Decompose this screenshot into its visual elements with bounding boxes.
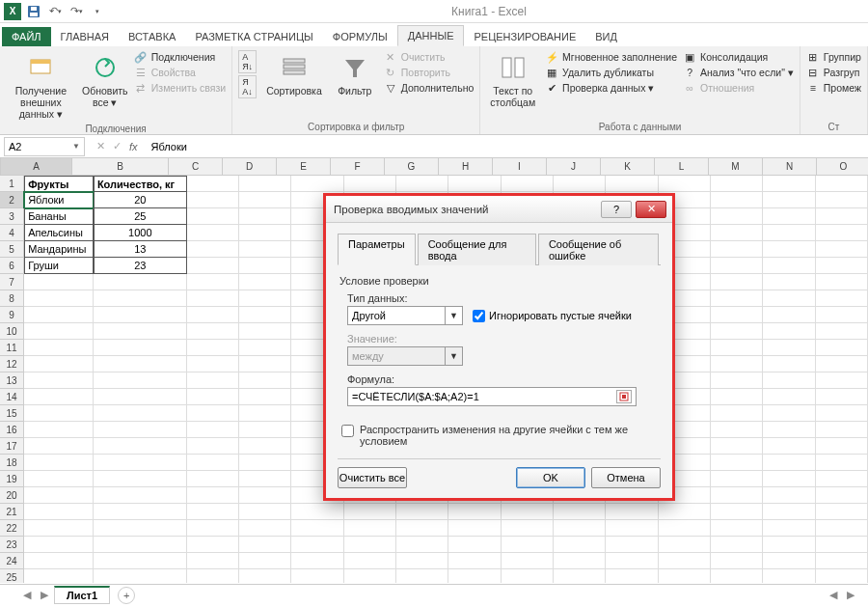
cancel-button[interactable]: Отмена: [591, 467, 661, 488]
cell[interactable]: [24, 438, 94, 455]
cell[interactable]: [291, 553, 343, 569]
row-header[interactable]: 7: [0, 274, 24, 290]
row-header[interactable]: 10: [0, 323, 24, 340]
tab-view[interactable]: ВИД: [585, 27, 627, 46]
tab-review[interactable]: РЕЦЕНЗИРОВАНИЕ: [464, 27, 585, 46]
cell[interactable]: [711, 504, 763, 520]
whatif-button[interactable]: ?Анализ "что если" ▾: [683, 66, 794, 79]
cell[interactable]: [24, 274, 94, 290]
row-header[interactable]: 17: [0, 438, 24, 455]
cell[interactable]: [239, 504, 291, 520]
cell[interactable]: [554, 569, 606, 583]
column-header[interactable]: F: [331, 158, 385, 175]
tab-insert[interactable]: ВСТАВКА: [119, 27, 185, 46]
remove-duplicates-button[interactable]: ▦Удалить дубликаты: [545, 66, 677, 79]
row-header[interactable]: 3: [0, 208, 24, 225]
cell[interactable]: [554, 504, 606, 520]
cell[interactable]: Апельсины: [24, 225, 94, 241]
ignore-blank-checkbox[interactable]: Игнорировать пустые ячейки: [473, 310, 632, 322]
cell[interactable]: [187, 176, 239, 192]
sheet-nav-next[interactable]: ▶: [37, 589, 52, 601]
cell[interactable]: [239, 176, 291, 192]
sheet-nav-prev[interactable]: ◀: [19, 589, 35, 601]
cell[interactable]: [816, 455, 868, 471]
cell[interactable]: [239, 569, 291, 583]
edit-links-button[interactable]: ⇄Изменить связи: [134, 81, 226, 95]
row-header[interactable]: 13: [0, 372, 24, 389]
cell[interactable]: [94, 471, 187, 487]
cell[interactable]: [239, 422, 291, 438]
cell[interactable]: [711, 438, 763, 455]
cell[interactable]: 20: [94, 192, 187, 208]
cell[interactable]: [554, 553, 606, 569]
cell[interactable]: [24, 455, 94, 471]
cell[interactable]: [763, 455, 815, 471]
cell[interactable]: [711, 290, 763, 307]
cell[interactable]: [448, 504, 501, 520]
cell[interactable]: [396, 569, 448, 583]
cell[interactable]: [187, 422, 239, 438]
cell[interactable]: [239, 225, 291, 241]
cell[interactable]: [763, 258, 815, 274]
cell[interactable]: [24, 471, 94, 487]
cell[interactable]: [187, 274, 239, 290]
cell[interactable]: [448, 553, 501, 569]
cell[interactable]: [239, 307, 291, 323]
cell[interactable]: [187, 405, 239, 422]
clear-all-button[interactable]: Очистить все: [338, 467, 407, 488]
cell[interactable]: [763, 307, 815, 323]
cell[interactable]: [94, 504, 187, 520]
name-box[interactable]: A2▼: [4, 137, 85, 156]
cell[interactable]: [711, 471, 763, 487]
cell[interactable]: [659, 537, 711, 553]
cell[interactable]: [711, 192, 763, 208]
cell[interactable]: [239, 241, 291, 258]
column-header[interactable]: K: [601, 158, 655, 175]
save-button[interactable]: [25, 3, 42, 20]
cell[interactable]: [711, 520, 763, 537]
cell[interactable]: [763, 176, 815, 192]
cell[interactable]: [763, 471, 815, 487]
cell[interactable]: [187, 569, 239, 583]
cell[interactable]: [187, 455, 239, 471]
cell[interactable]: [763, 208, 815, 225]
tab-pagelayout[interactable]: РАЗМЕТКА СТРАНИЦЫ: [185, 27, 322, 46]
cell[interactable]: [239, 537, 291, 553]
row-header[interactable]: 21: [0, 504, 24, 520]
cell[interactable]: [711, 258, 763, 274]
cell[interactable]: [448, 569, 501, 583]
dialog-help-button[interactable]: ?: [601, 201, 632, 218]
column-header[interactable]: M: [709, 158, 763, 175]
cell[interactable]: [187, 537, 239, 553]
consolidate-button[interactable]: ▣Консолидация: [683, 50, 794, 64]
cell[interactable]: [187, 225, 239, 241]
cell[interactable]: Фрукты: [24, 176, 94, 192]
cell[interactable]: [239, 208, 291, 225]
cell[interactable]: [763, 274, 815, 290]
data-validation-button[interactable]: ✔Проверка данных ▾: [545, 81, 677, 95]
flash-fill-button[interactable]: ⚡Мгновенное заполнение: [545, 50, 677, 64]
cell[interactable]: [606, 176, 658, 192]
cell[interactable]: [94, 389, 187, 405]
cell[interactable]: [187, 553, 239, 569]
cell[interactable]: [816, 192, 868, 208]
formula-field[interactable]: =СЧЁТЕСЛИ($A:$A;A2)=1: [347, 387, 637, 406]
cell[interactable]: [344, 569, 396, 583]
row-header[interactable]: 16: [0, 422, 24, 438]
column-header[interactable]: J: [547, 158, 601, 175]
column-header[interactable]: A: [1, 158, 72, 175]
column-header[interactable]: B: [72, 158, 169, 175]
cell[interactable]: [94, 340, 187, 356]
cell[interactable]: [344, 553, 396, 569]
ungroup-button[interactable]: ⊟Разгруп: [806, 66, 861, 79]
cell[interactable]: [291, 520, 343, 537]
column-header[interactable]: O: [817, 158, 868, 175]
cell[interactable]: [24, 307, 94, 323]
cell[interactable]: [94, 405, 187, 422]
row-header[interactable]: 5: [0, 241, 24, 258]
row-header[interactable]: 25: [0, 569, 24, 583]
cell[interactable]: [396, 520, 448, 537]
cell[interactable]: [711, 389, 763, 405]
cell[interactable]: [344, 504, 396, 520]
cell[interactable]: [502, 176, 554, 192]
